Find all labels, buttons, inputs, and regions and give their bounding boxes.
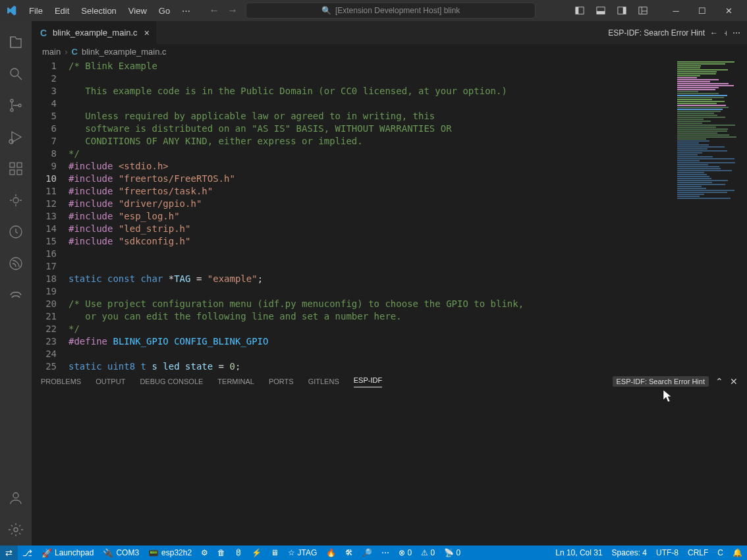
close-panel-icon[interactable]: ✕ xyxy=(730,376,738,387)
layout-sidebar-right-icon[interactable] xyxy=(613,1,631,20)
sb-git-branch[interactable]: ⎇ xyxy=(18,546,37,560)
nav-arrows: ← → xyxy=(208,5,239,16)
minimap[interactable] xyxy=(675,59,747,370)
titlebar: File Edit Selection View Go ⋯ ← → 🔍 [Ext… xyxy=(0,0,747,21)
rainmaker-icon[interactable] xyxy=(0,279,32,311)
remote-indicator[interactable]: ⇄ xyxy=(0,546,18,560)
run-debug-icon[interactable] xyxy=(0,121,32,153)
go-back-icon[interactable]: ← xyxy=(710,28,718,38)
layout-customize-icon[interactable] xyxy=(634,1,652,20)
panel-tab-output[interactable]: OUTPUT xyxy=(96,378,125,385)
search-error-hint-action[interactable]: ESP-IDF: Search Error Hint xyxy=(608,28,705,38)
tab-close-icon[interactable]: × xyxy=(144,28,150,38)
sb-language[interactable]: C xyxy=(713,546,728,560)
sb-notifications-icon[interactable]: 🔔 xyxy=(728,546,747,560)
menu-bar: File Edit Selection View Go ⋯ xyxy=(24,3,196,18)
svg-rect-6 xyxy=(639,7,647,14)
panel-tab-gitlens[interactable]: GITLENS xyxy=(308,378,339,385)
sb-search-icon[interactable]: 🔎 xyxy=(358,546,377,560)
svg-rect-3 xyxy=(597,11,605,14)
panel-content xyxy=(32,392,747,546)
gitlens-icon[interactable] xyxy=(0,184,32,216)
split-editor-icon[interactable]: ⫞ xyxy=(723,28,727,38)
editor-group: C blink_example_main.c × ESP-IDF: Search… xyxy=(32,21,747,546)
test-icon[interactable] xyxy=(0,216,32,248)
settings-gear-icon[interactable] xyxy=(0,514,32,546)
layout-sidebar-left-icon[interactable] xyxy=(570,1,589,20)
svg-point-24 xyxy=(14,528,18,532)
menu-edit[interactable]: Edit xyxy=(49,3,74,18)
sb-eol[interactable]: CRLF xyxy=(683,546,713,560)
panel: PROBLEMS OUTPUT DEBUG CONSOLE TERMINAL P… xyxy=(32,370,747,546)
sb-menuconfig-icon[interactable]: ⚙ xyxy=(196,546,213,560)
panel-tabs: PROBLEMS OUTPUT DEBUG CONSOLE TERMINAL P… xyxy=(32,371,747,392)
tab-blink-example-main[interactable]: C blink_example_main.c × xyxy=(32,21,157,44)
svg-point-11 xyxy=(11,99,13,102)
sb-more-icon[interactable]: ⋯ xyxy=(377,546,394,560)
sb-indentation[interactable]: Spaces: 4 xyxy=(607,546,651,560)
breadcrumb-main[interactable]: main xyxy=(42,47,61,57)
code-area[interactable]: /* Blink Example This example code is in… xyxy=(69,59,675,370)
sb-jtag[interactable]: ☆ JTAG xyxy=(283,546,321,560)
minimize-button[interactable]: ─ xyxy=(663,1,689,20)
svg-point-22 xyxy=(10,258,22,269)
menu-file[interactable]: File xyxy=(24,3,48,18)
svg-rect-16 xyxy=(10,163,14,167)
editor[interactable]: 1234567891011121314151617181920212223242… xyxy=(32,59,747,370)
sb-build-icon[interactable]: 🛢 xyxy=(230,546,247,560)
svg-point-23 xyxy=(13,493,18,498)
editor-actions: ESP-IDF: Search Error Hint ← ⫞ ⋯ xyxy=(601,21,747,44)
close-button[interactable]: ✕ xyxy=(715,1,742,20)
maximize-button[interactable]: ☐ xyxy=(689,1,715,20)
layout-panel-icon[interactable] xyxy=(592,1,610,20)
sb-warnings[interactable]: ⚠ 0 xyxy=(416,546,439,560)
nav-back-icon[interactable]: ← xyxy=(208,5,221,16)
sb-launchpad[interactable]: 🚀Launchpad xyxy=(37,546,98,560)
panel-tab-debug-console[interactable]: DEBUG CONSOLE xyxy=(140,378,203,385)
explorer-icon[interactable] xyxy=(0,26,32,58)
sb-ports[interactable]: 📡 0 xyxy=(439,546,465,560)
panel-tab-esp-idf[interactable]: ESP-IDF xyxy=(354,376,382,387)
sb-flash-icon[interactable]: ⚡ xyxy=(247,546,266,560)
account-icon[interactable] xyxy=(0,482,32,514)
breadcrumbs: main › C blink_example_main.c xyxy=(32,44,747,59)
nav-forward-icon[interactable]: → xyxy=(226,5,239,16)
layout-icons xyxy=(570,1,652,20)
window-controls: ─ ☐ ✕ xyxy=(663,1,742,20)
vscode-logo-icon xyxy=(5,5,17,16)
sb-cursor-position[interactable]: Ln 10, Col 31 xyxy=(551,546,607,560)
svg-rect-5 xyxy=(623,7,626,14)
svg-rect-17 xyxy=(17,163,22,167)
svg-line-10 xyxy=(18,76,22,80)
espressif-icon[interactable] xyxy=(0,248,32,279)
breadcrumb-file[interactable]: blink_example_main.c xyxy=(82,47,167,57)
menu-go[interactable]: Go xyxy=(153,3,175,18)
command-center[interactable]: 🔍 [Extension Development Host] blink xyxy=(246,3,536,18)
svg-rect-19 xyxy=(17,170,22,175)
sb-openocd-icon[interactable]: 🛠 xyxy=(341,546,358,560)
tab-bar: C blink_example_main.c × ESP-IDF: Search… xyxy=(32,21,747,44)
search-error-hint-tooltip[interactable]: ESP-IDF: Search Error Hint xyxy=(613,376,709,387)
sb-fullclean-icon[interactable]: 🗑 xyxy=(213,546,230,560)
menu-more-icon[interactable]: ⋯ xyxy=(177,3,196,18)
menu-selection[interactable]: Selection xyxy=(76,3,121,18)
sb-target[interactable]: 📟esp32h2 xyxy=(144,546,196,560)
line-numbers: 1234567891011121314151617181920212223242… xyxy=(32,59,69,370)
panel-tab-problems[interactable]: PROBLEMS xyxy=(41,378,81,385)
search-icon: 🔍 xyxy=(321,6,331,15)
chevron-up-icon[interactable]: ⌃ xyxy=(715,376,723,387)
extensions-icon[interactable] xyxy=(0,153,32,184)
sb-monitor-icon[interactable]: 🖥 xyxy=(266,546,283,560)
panel-tab-ports[interactable]: PORTS xyxy=(269,378,294,385)
status-bar: ⇄ ⎇ 🚀Launchpad 🔌COM3 📟esp32h2 ⚙ 🗑 🛢 ⚡ 🖥 … xyxy=(0,546,747,560)
sb-build-flash-monitor-icon[interactable]: 🔥 xyxy=(321,546,341,560)
more-actions-icon[interactable]: ⋯ xyxy=(733,28,740,38)
search-icon[interactable] xyxy=(0,58,32,90)
sb-encoding[interactable]: UTF-8 xyxy=(651,546,683,560)
svg-point-13 xyxy=(18,104,21,107)
sb-com-port[interactable]: 🔌COM3 xyxy=(98,546,144,560)
sb-errors[interactable]: ⊗ 0 xyxy=(394,546,416,560)
source-control-icon[interactable] xyxy=(0,90,32,121)
panel-tab-terminal[interactable]: TERMINAL xyxy=(217,378,254,385)
menu-view[interactable]: View xyxy=(123,3,152,18)
